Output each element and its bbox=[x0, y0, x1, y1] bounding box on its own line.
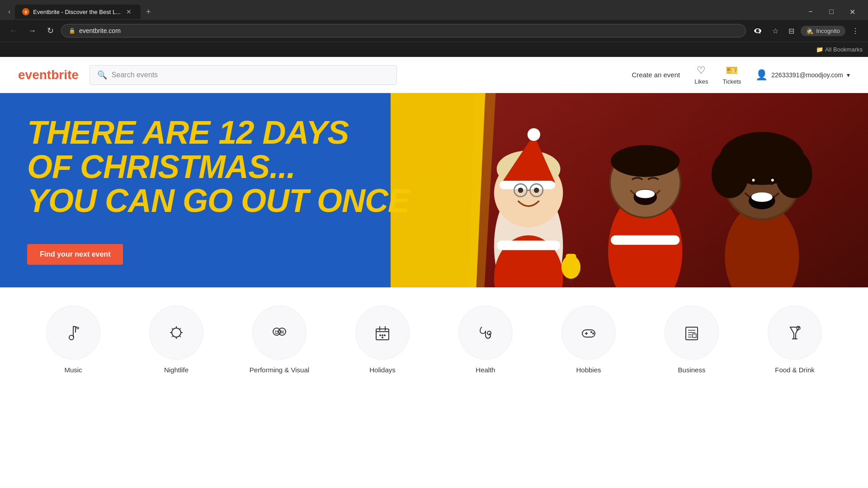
category-hobbies-label: Hobbies bbox=[576, 366, 601, 374]
svg-line-53 bbox=[172, 336, 173, 337]
all-bookmarks-link[interactable]: 📁 All Bookmarks bbox=[816, 46, 863, 53]
hero-headline: THERE ARE 12 DAYS OF CHRISTMAS... YOU CA… bbox=[27, 116, 450, 218]
ticket-icon: 🎫 bbox=[726, 65, 738, 76]
more-options-button[interactable]: ⋮ bbox=[848, 24, 863, 38]
category-business[interactable]: Business bbox=[660, 305, 723, 374]
chevron-down-icon: ▾ bbox=[847, 71, 850, 79]
svg-point-24 bbox=[636, 190, 655, 198]
user-email: 22633391@moodjoy.com bbox=[771, 71, 843, 79]
active-tab[interactable]: e Eventbrite - Discover the Best L... ✕ bbox=[15, 5, 141, 19]
tab-close-button[interactable]: ✕ bbox=[124, 7, 133, 16]
svg-rect-4 bbox=[497, 240, 561, 250]
incognito-menu[interactable]: 🕵 Incognito bbox=[801, 26, 845, 36]
search-bar[interactable]: 🔍 Search events bbox=[90, 65, 397, 85]
create-event-link[interactable]: Create an event bbox=[632, 71, 680, 79]
bookmark-star-icon[interactable]: ☆ bbox=[769, 24, 782, 38]
tickets-label: Tickets bbox=[723, 78, 741, 85]
security-icon: 🔒 bbox=[69, 28, 75, 34]
svg-point-34 bbox=[768, 178, 775, 185]
category-food-drink[interactable]: Food & Drink bbox=[763, 305, 826, 374]
category-holidays-label: Holidays bbox=[369, 366, 396, 374]
category-business-circle bbox=[665, 305, 719, 360]
back-button[interactable]: ← bbox=[5, 24, 21, 38]
category-nightlife-circle bbox=[149, 305, 203, 360]
svg-rect-8 bbox=[500, 181, 555, 189]
hero-headline-line1: THERE ARE 12 DAYS bbox=[27, 116, 450, 150]
svg-point-22 bbox=[611, 145, 680, 177]
tab-favicon: e bbox=[22, 8, 29, 15]
svg-point-58 bbox=[281, 331, 282, 332]
svg-rect-74 bbox=[686, 327, 698, 340]
bookmarks-label: All Bookmarks bbox=[825, 46, 863, 53]
svg-line-51 bbox=[179, 336, 181, 337]
hero-content: THERE ARE 12 DAYS OF CHRISTMAS... YOU CA… bbox=[0, 93, 477, 287]
svg-point-56 bbox=[275, 331, 277, 332]
category-food-drink-label: Food & Drink bbox=[775, 366, 815, 374]
categories-grid: Music Nightlife bbox=[27, 305, 841, 374]
category-hobbies[interactable]: Hobbies bbox=[557, 305, 620, 374]
category-business-label: Business bbox=[678, 366, 706, 374]
new-tab-button[interactable]: + bbox=[142, 5, 155, 19]
hero-headline-line2: OF CHRISTMAS... bbox=[27, 150, 450, 184]
hero-banner: THERE ARE 12 DAYS OF CHRISTMAS... YOU CA… bbox=[0, 93, 868, 287]
url-text: eventbrite.com bbox=[79, 27, 121, 34]
svg-point-68 bbox=[487, 331, 491, 335]
svg-point-72 bbox=[590, 331, 592, 333]
svg-rect-16 bbox=[566, 254, 576, 259]
eye-slash-icon[interactable]: 👁‍🗨 bbox=[750, 24, 766, 38]
svg-point-11 bbox=[534, 188, 539, 193]
svg-marker-80 bbox=[790, 327, 799, 339]
tab-scroll-left[interactable]: ‹ bbox=[5, 6, 13, 18]
category-music[interactable]: Music bbox=[42, 305, 105, 374]
category-health-circle bbox=[458, 305, 513, 360]
logo[interactable]: e ventbrite bbox=[18, 68, 79, 82]
svg-point-35 bbox=[752, 179, 755, 182]
svg-point-73 bbox=[592, 333, 594, 334]
likes-label: Likes bbox=[694, 78, 708, 85]
likes-button[interactable]: ♡ Likes bbox=[694, 65, 708, 85]
category-holidays[interactable]: Holidays bbox=[351, 305, 414, 374]
svg-point-33 bbox=[749, 178, 756, 185]
close-button[interactable]: ✕ bbox=[842, 5, 863, 19]
address-bar[interactable]: 🔒 eventbrite.com bbox=[61, 24, 746, 38]
hero-headline-line3: YOU CAN GO OUT ONCE bbox=[27, 184, 450, 218]
svg-point-43 bbox=[77, 327, 79, 329]
svg-rect-79 bbox=[693, 334, 696, 338]
user-icon: 👤 bbox=[755, 69, 768, 81]
search-icon: 🔍 bbox=[97, 70, 107, 80]
svg-point-41 bbox=[69, 335, 74, 340]
heart-icon: ♡ bbox=[697, 65, 706, 76]
svg-line-40 bbox=[73, 326, 77, 327]
category-performing-circle bbox=[252, 305, 307, 360]
svg-point-57 bbox=[277, 331, 278, 332]
forward-button[interactable]: → bbox=[24, 24, 40, 38]
category-music-label: Music bbox=[64, 366, 82, 374]
category-holidays-circle bbox=[355, 305, 410, 360]
svg-point-30 bbox=[775, 150, 812, 198]
category-music-circle bbox=[46, 305, 100, 360]
category-hobbies-circle bbox=[561, 305, 616, 360]
svg-point-9 bbox=[528, 128, 540, 141]
category-performing-label: Performing & Visual bbox=[250, 366, 309, 374]
svg-point-32 bbox=[751, 192, 773, 202]
window-controls: − □ ✕ bbox=[800, 5, 863, 19]
maximize-button[interactable]: □ bbox=[821, 5, 842, 19]
minimize-button[interactable]: − bbox=[800, 5, 821, 19]
logo-text: ventbrite bbox=[25, 68, 79, 82]
category-performing[interactable]: Performing & Visual bbox=[248, 305, 311, 374]
svg-point-44 bbox=[73, 336, 74, 337]
category-nightlife[interactable]: Nightlife bbox=[145, 305, 208, 374]
incognito-label: Incognito bbox=[816, 28, 840, 34]
svg-point-55 bbox=[278, 328, 286, 335]
bookmarks-folder-icon: 📁 bbox=[816, 46, 823, 53]
sidebar-icon[interactable]: ⊟ bbox=[785, 24, 798, 38]
user-menu[interactable]: 👤 22633391@moodjoy.com ▾ bbox=[755, 69, 850, 81]
svg-rect-19 bbox=[611, 235, 680, 245]
category-health-label: Health bbox=[476, 366, 495, 374]
logo-icon: e bbox=[18, 68, 25, 82]
find-event-button[interactable]: Find your next event bbox=[27, 244, 123, 265]
category-health[interactable]: Health bbox=[454, 305, 517, 374]
reload-button[interactable]: ↻ bbox=[43, 24, 57, 38]
svg-point-65 bbox=[382, 334, 383, 336]
tickets-button[interactable]: 🎫 Tickets bbox=[723, 65, 741, 85]
